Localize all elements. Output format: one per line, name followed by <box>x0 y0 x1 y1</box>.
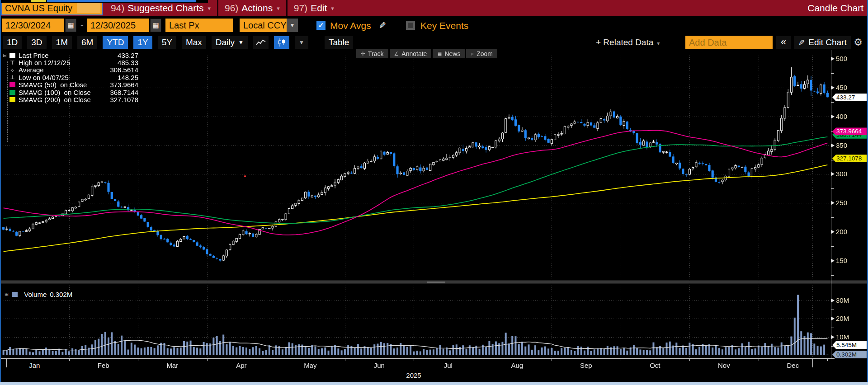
bloomberg-terminal-window: 94)Suggested Charts▾96)Actions▾97)Edit▾ … <box>0 0 868 385</box>
menubar: 94)Suggested Charts▾96)Actions▾97)Edit▾ … <box>0 0 868 16</box>
period-toolbar: 1D3D1M6MYTD1Y5YMaxDaily▼▼Table + Related… <box>0 35 868 50</box>
year-start-tick <box>6 358 7 367</box>
menu-item-label: Actions <box>241 3 273 14</box>
pencil-icon: ✎ <box>798 37 805 49</box>
gear-icon[interactable]: ⚙ <box>851 36 865 49</box>
volume-swatch <box>12 292 18 297</box>
menu-item-number: 96) <box>225 3 238 14</box>
price-axis-label: 300 <box>836 170 865 178</box>
price-tag: 327.1078 <box>832 155 867 162</box>
legend-label: Low on 04/07/25 <box>19 74 102 81</box>
currency-select[interactable]: Local CCY <box>240 19 287 32</box>
mov-avgs-checkbox[interactable]: ✓ <box>316 21 326 30</box>
annotate-icon: ∠ <box>394 51 399 57</box>
tab-max[interactable]: Max <box>182 36 206 49</box>
legend-value: 327.1078 <box>102 96 138 103</box>
annotate-button[interactable]: ∠Annotate <box>390 49 432 58</box>
tab-5y[interactable]: 5Y <box>158 36 176 49</box>
legend-glyph-icon: ⟡ <box>9 67 15 73</box>
menu-item-label: Suggested Charts <box>127 3 203 14</box>
table-button[interactable]: Table <box>325 36 353 49</box>
security-input-cursor <box>77 3 100 13</box>
chevron-down-icon: ▾ <box>657 40 660 47</box>
month-boundary-tick <box>483 358 483 361</box>
add-data-input[interactable] <box>685 36 773 49</box>
track-button[interactable]: ✛Track <box>356 49 388 58</box>
volume-axis-tick <box>831 299 835 302</box>
key-events-checkbox[interactable] <box>406 21 415 30</box>
price-field-select[interactable]: Last Px <box>165 19 233 32</box>
calendar-to-icon[interactable]: ▦ <box>150 19 161 32</box>
price-axis-label: 150 <box>836 257 865 264</box>
window-border-left <box>0 0 1 385</box>
edit-chart-button[interactable]: ✎Edit Chart <box>794 36 851 49</box>
legend-row-0: ⊟Last Price433.27 <box>3 52 138 59</box>
chart-legend: ⊟Last Price433.27⊤High on 12/12/25485.33… <box>3 52 138 103</box>
menu-item-edit[interactable]: 97)Edit▾ <box>286 0 340 16</box>
news-button[interactable]: ≣News <box>433 49 465 58</box>
tab-1y[interactable]: 1Y <box>133 36 152 49</box>
tab-1d[interactable]: 1D <box>3 36 22 49</box>
legend-row-4: SMAVG (50) on Close373.9664 <box>3 81 138 89</box>
collapse-panel-button[interactable]: « <box>776 36 791 49</box>
key-events-label[interactable]: Key Events <box>420 19 468 32</box>
zoom-icon: ⌕ <box>471 51 474 57</box>
menu-item-number: 94) <box>111 3 124 14</box>
menu-item-label: Edit <box>311 3 327 14</box>
price-axis-minor-tick <box>831 102 834 103</box>
price-tag: 433.27 <box>832 94 867 101</box>
tab-ytd[interactable]: YTD <box>103 36 128 49</box>
currency-dropdown-arrow[interactable]: ▼ <box>287 19 298 32</box>
price-axis-minor-tick <box>831 275 834 276</box>
security-input[interactable] <box>2 2 75 14</box>
month-label-nov: Nov <box>714 362 734 369</box>
price-axis-tick <box>831 201 835 205</box>
menu-item-actions[interactable]: 96)Actions▾ <box>217 0 286 16</box>
month-label-oct: Oct <box>645 362 665 369</box>
candle-chart-icon[interactable] <box>274 36 289 49</box>
calendar-from-icon[interactable]: ▦ <box>65 19 76 32</box>
line-chart-icon[interactable] <box>253 36 269 49</box>
price-axis-minor-tick <box>831 217 834 218</box>
date-range-dash: - <box>80 19 84 32</box>
volume-axis-minor-tick <box>831 310 834 310</box>
expander-icon[interactable]: ⊞ <box>5 291 9 297</box>
chart-tools: ✛Track∠Annotate≣News⌕Zoom <box>356 49 497 58</box>
legend-swatch <box>9 82 15 87</box>
chart-type-dropdown[interactable]: ▼ <box>295 36 308 49</box>
volume-chart-canvas[interactable] <box>0 284 831 359</box>
chevron-down-icon: ▾ <box>277 5 280 12</box>
zoom-button[interactable]: ⌕Zoom <box>466 49 497 58</box>
mov-avgs-edit-pencil-icon[interactable]: ✎ <box>379 19 386 32</box>
tab-3d[interactable]: 3D <box>27 36 46 49</box>
legend-tree-expander[interactable]: ⊟ <box>3 52 9 58</box>
month-label-jan: Jan <box>24 362 44 369</box>
top-edge-strip <box>0 0 208 3</box>
legend-value: 368.7144 <box>102 89 138 96</box>
month-label-mar: Mar <box>162 362 182 369</box>
month-boundary-tick <box>276 358 276 361</box>
price-axis-tick <box>831 172 835 176</box>
mov-avgs-label[interactable]: Mov Avgs <box>330 19 371 32</box>
legend-label: SMAVG (200) on Close <box>19 96 102 103</box>
tab-6m[interactable]: 6M <box>77 36 97 49</box>
month-label-apr: Apr <box>231 362 251 369</box>
month-boundary-tick <box>345 358 345 361</box>
volume-axis-label: 30M <box>836 296 865 304</box>
date-from-input[interactable] <box>5 19 64 33</box>
price-axis-tick <box>831 115 835 118</box>
frequency-dropdown[interactable]: Daily▼ <box>212 36 248 49</box>
month-label-may: May <box>300 362 320 369</box>
date-to-input[interactable] <box>90 19 149 33</box>
year-end-tick <box>812 358 813 367</box>
price-axis-tick <box>831 259 835 263</box>
time-axis-line <box>0 358 835 359</box>
panel-splitter[interactable] <box>0 280 868 284</box>
legend-swatch <box>9 90 15 95</box>
price-axis-label: 200 <box>836 228 865 235</box>
tab-1m[interactable]: 1M <box>52 36 72 49</box>
splitter-handle[interactable] <box>427 282 445 283</box>
related-data-button[interactable]: + Related Data▾ <box>596 36 660 49</box>
volume-legend: ⊞ Volume 0.302M <box>4 290 75 299</box>
year-label: 2025 <box>398 371 429 379</box>
